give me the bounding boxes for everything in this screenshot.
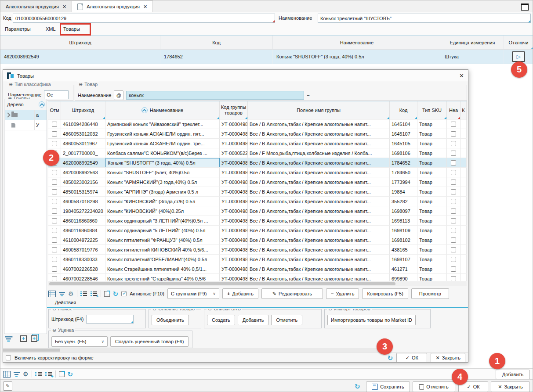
col-header-name[interactable]: Наименование — [273, 36, 441, 49]
sku-mark-button[interactable]: Отметить — [271, 315, 302, 325]
filter-icon[interactable] — [14, 371, 20, 377]
col-header-code[interactable]: Код — [160, 36, 273, 49]
product-row[interactable]: 4860118330033Коньяк пятилетний"ОРБЕЛИАНИ… — [48, 255, 467, 264]
checkbox[interactable] — [52, 180, 57, 185]
col-header-barcode[interactable]: Штрихкод — [61, 101, 105, 119]
checkbox[interactable] — [52, 218, 57, 223]
row-checkbox-cell[interactable] — [447, 264, 460, 273]
product-row[interactable]: 4860053011967Грузинский коньяк АСКАНЕЛИ … — [48, 139, 467, 148]
product-row[interactable]: 4850023002156Коньяк "АРМЯНСКИЙ"(3 года,4… — [48, 177, 467, 187]
collapse-icon[interactable]: ⊖ — [9, 82, 13, 87]
sku-add-button[interactable]: Добавить — [238, 315, 269, 325]
product-row[interactable]: 4600587019776Коньяк пятилетний КИНОВСКИЙ… — [48, 245, 467, 255]
row-checkbox-cell[interactable] — [447, 148, 460, 158]
edit-button[interactable]: ✎Редактировать — [261, 288, 323, 299]
product-row[interactable]: 4620008992549Коньяк "SHUSTOFF" (3 года, … — [48, 158, 467, 168]
col-header-group-code[interactable]: Код группы товаров — [220, 101, 248, 119]
checkbox[interactable] — [451, 209, 456, 214]
checkbox[interactable] — [451, 237, 456, 243]
grid-icon[interactable] — [3, 371, 11, 378]
product-row[interactable]: 4600587018298Коньяк "КИНОВСКИЙ" (3года,с… — [48, 197, 467, 206]
refresh-icon[interactable]: ↻ — [388, 355, 393, 361]
col-header-barcode[interactable]: Штрихкод — [0, 36, 160, 49]
checkbox[interactable] — [451, 257, 456, 262]
product-row[interactable]: 4607002228546Коньяк трехлетний "Старейши… — [48, 274, 467, 281]
filter-icon[interactable] — [5, 335, 13, 342]
row-checkbox-cell[interactable] — [48, 226, 61, 235]
checkbox[interactable] — [451, 266, 456, 272]
checkbox[interactable] — [52, 276, 57, 281]
list-add-icon[interactable] — [91, 291, 98, 296]
import-market-id-button[interactable]: Импортировать товары по Market ID — [327, 315, 416, 325]
checkbox[interactable] — [451, 199, 456, 204]
checkbox[interactable] — [52, 131, 57, 137]
ok-button[interactable]: ✓ОК — [396, 353, 427, 363]
close-button[interactable]: ✕Закрыть — [491, 381, 530, 392]
add-button[interactable]: +Добавить — [222, 288, 258, 299]
classifier-input[interactable]: Ос — [44, 90, 69, 99]
horizontal-scrollbar[interactable] — [48, 281, 467, 286]
row-checkbox-cell[interactable] — [48, 216, 61, 225]
sort-asc-icon[interactable] — [39, 101, 45, 108]
row-checkbox-cell[interactable] — [447, 168, 460, 177]
checkbox[interactable] — [451, 218, 456, 223]
merge-button[interactable]: Объединить — [152, 315, 189, 325]
collapse-icon[interactable]: ⊖ — [52, 327, 56, 333]
row-checkbox-cell[interactable] — [48, 139, 61, 148]
add-group-icon[interactable]: + — [20, 335, 27, 342]
checkbox[interactable] — [451, 180, 456, 185]
checkbox[interactable] — [451, 160, 456, 165]
row-checkbox-cell[interactable] — [48, 187, 61, 196]
refresh-icon[interactable]: ↻ — [355, 383, 360, 390]
row-checkbox-cell[interactable] — [447, 187, 460, 196]
checkbox[interactable] — [52, 141, 57, 146]
refresh-icon[interactable]: ↻ — [113, 291, 119, 297]
product-row[interactable]: 4620008992563Коньяк "SHUSTOFF" (5лет, 40… — [48, 168, 467, 177]
add-subgroup-icon[interactable]: + — [31, 335, 37, 342]
product-row[interactable]: 4860116860884Коньяк ординарный "5 ЛЕТНИЙ… — [48, 226, 467, 235]
create-markdown-button[interactable]: Создать уцененный товар (F6) — [110, 336, 189, 347]
product-search-input[interactable]: коньяк — [126, 91, 304, 100]
close-button[interactable]: ✕Закрыть — [431, 353, 465, 363]
checkbox[interactable] — [52, 170, 57, 175]
row-checkbox-cell[interactable] — [48, 206, 61, 216]
name-input[interactable]: Коньяк трехлетний "ШУСТОВЪ" — [318, 14, 531, 23]
save-button[interactable]: Сохранить — [366, 381, 410, 392]
table-row[interactable]: 4620008992549 1784652 Коньяк "SHUSTOFF" … — [0, 50, 533, 64]
col-header-unit[interactable]: Единица измерения — [441, 36, 504, 49]
col-header-code[interactable]: Код — [390, 101, 417, 119]
add-row-button[interactable]: Добавить — [496, 370, 530, 379]
collapse-icon[interactable]: ⊖ — [79, 82, 83, 87]
code-input[interactable]: 0100000005560000129 — [13, 14, 275, 23]
groups-dropdown[interactable]: С группами (F9)∨ — [167, 288, 219, 299]
checkbox[interactable] — [451, 228, 456, 233]
product-row[interactable]: 4860116860860Коньяк ординарный "3 ЛЕТНИЙ… — [48, 216, 467, 226]
checkbox[interactable] — [52, 247, 57, 252]
close-icon[interactable]: ✕ — [62, 4, 66, 10]
col-header-disable[interactable]: Отключи — [504, 36, 533, 49]
window-tab-1[interactable]: Алкогольная продукция ✕ — [0, 0, 72, 12]
list-icon[interactable] — [35, 371, 42, 377]
checkbox[interactable] — [451, 131, 456, 137]
barcode-search-input[interactable] — [86, 315, 134, 324]
active-checkbox[interactable] — [121, 291, 127, 296]
checkbox[interactable] — [52, 209, 57, 214]
row-checkbox-cell[interactable] — [447, 274, 460, 281]
checkbox[interactable] — [451, 151, 456, 156]
list-icon[interactable] — [80, 291, 87, 296]
gear-icon[interactable]: ⚙ — [68, 291, 74, 297]
markdown-dropdown[interactable]: Без уцен. (F5)∨ — [51, 336, 108, 347]
row-checkbox-cell[interactable] — [48, 235, 61, 245]
checkbox[interactable] — [52, 122, 57, 127]
tab-xml[interactable]: XML — [46, 26, 56, 32]
col-header-k[interactable]: К — [460, 101, 467, 119]
row-checkbox-cell[interactable] — [447, 139, 460, 148]
horizontal-scrollbar[interactable] — [3, 348, 379, 352]
col-header-name[interactable]: Наименование — [105, 101, 220, 119]
col-header-sku-type[interactable]: Тип SKU — [417, 101, 447, 119]
form-correction-checkbox[interactable] — [6, 355, 11, 360]
chevron-right-icon[interactable] — [5, 112, 10, 117]
product-row[interactable]: 4610094286448Армянский коньяк "Айвазовск… — [48, 119, 467, 129]
row-checkbox-cell[interactable] — [447, 255, 460, 264]
product-row[interactable]: 4607002226528Коньяк Старейшина пятилетни… — [48, 264, 467, 274]
